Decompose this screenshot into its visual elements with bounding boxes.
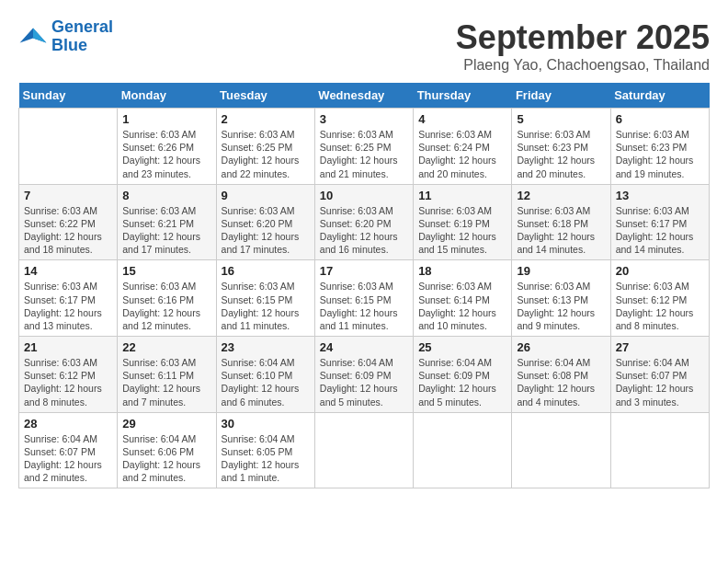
cell-info: Sunrise: 6:03 AMSunset: 6:23 PMDaylight:… [517, 128, 605, 180]
calendar-cell: 9 Sunrise: 6:03 AMSunset: 6:20 PMDayligh… [216, 184, 314, 260]
cell-info: Sunrise: 6:03 AMSunset: 6:17 PMDaylight:… [616, 204, 704, 257]
col-friday: Friday [512, 83, 610, 109]
cell-info: Sunrise: 6:03 AMSunset: 6:16 PMDaylight:… [122, 280, 210, 332]
logo-line2: Blue [51, 36, 87, 54]
day-number: 30 [222, 417, 310, 431]
day-number: 5 [517, 112, 605, 126]
svg-marker-1 [33, 28, 46, 42]
day-number: 11 [418, 189, 506, 202]
day-number: 1 [122, 112, 210, 126]
col-tuesday: Tuesday [216, 83, 314, 109]
location: Plaeng Yao, Chachoengsao, Thailand [456, 57, 710, 74]
cell-info: Sunrise: 6:03 AMSunset: 6:22 PMDaylight:… [24, 204, 112, 257]
week-row-2: 7 Sunrise: 6:03 AMSunset: 6:22 PMDayligh… [19, 184, 710, 260]
col-sunday: Sunday [19, 83, 118, 109]
calendar-cell: 23 Sunrise: 6:04 AMSunset: 6:10 PMDaylig… [216, 337, 314, 413]
calendar-cell: 18 Sunrise: 6:03 AMSunset: 6:14 PMDaylig… [414, 260, 512, 337]
day-number: 24 [320, 340, 408, 354]
day-number: 18 [418, 264, 506, 278]
cell-info: Sunrise: 6:03 AMSunset: 6:20 PMDaylight:… [320, 204, 408, 257]
calendar-cell: 30 Sunrise: 6:04 AMSunset: 6:05 PMDaylig… [216, 412, 314, 488]
calendar-cell: 17 Sunrise: 6:03 AMSunset: 6:15 PMDaylig… [314, 260, 413, 337]
logo: General Blue [18, 18, 113, 55]
calendar-table: Sunday Monday Tuesday Wednesday Thursday… [18, 83, 710, 488]
day-number: 22 [122, 340, 210, 354]
calendar-cell: 16 Sunrise: 6:03 AMSunset: 6:15 PMDaylig… [216, 260, 314, 337]
calendar-cell: 15 Sunrise: 6:03 AMSunset: 6:16 PMDaylig… [118, 260, 216, 337]
cell-info: Sunrise: 6:04 AMSunset: 6:05 PMDaylight:… [222, 432, 310, 485]
calendar-cell: 29 Sunrise: 6:04 AMSunset: 6:06 PMDaylig… [118, 412, 216, 488]
cell-info: Sunrise: 6:03 AMSunset: 6:23 PMDaylight:… [616, 128, 704, 180]
week-row-4: 21 Sunrise: 6:03 AMSunset: 6:12 PMDaylig… [19, 337, 710, 413]
day-number: 27 [616, 340, 704, 354]
day-number: 14 [24, 264, 112, 278]
cell-info: Sunrise: 6:03 AMSunset: 6:25 PMDaylight:… [222, 128, 310, 180]
col-thursday: Thursday [414, 83, 512, 109]
day-number: 8 [122, 189, 210, 202]
day-number: 17 [320, 264, 408, 278]
calendar-cell: 6 Sunrise: 6:03 AMSunset: 6:23 PMDayligh… [610, 109, 709, 185]
cell-info: Sunrise: 6:03 AMSunset: 6:19 PMDaylight:… [418, 204, 506, 257]
day-number: 13 [616, 189, 704, 202]
day-number: 9 [222, 189, 310, 202]
cell-info: Sunrise: 6:03 AMSunset: 6:18 PMDaylight:… [517, 204, 605, 257]
calendar-cell: 2 Sunrise: 6:03 AMSunset: 6:25 PMDayligh… [216, 109, 314, 185]
day-number: 7 [24, 189, 112, 202]
week-row-1: 1 Sunrise: 6:03 AMSunset: 6:26 PMDayligh… [19, 109, 710, 185]
cell-info: Sunrise: 6:03 AMSunset: 6:15 PMDaylight:… [222, 280, 310, 332]
day-number: 15 [122, 264, 210, 278]
day-number: 16 [222, 264, 310, 278]
cell-info: Sunrise: 6:03 AMSunset: 6:26 PMDaylight:… [122, 128, 210, 180]
calendar-cell [414, 412, 512, 488]
calendar-cell: 22 Sunrise: 6:03 AMSunset: 6:11 PMDaylig… [118, 337, 216, 413]
logo-text: General Blue [51, 18, 113, 55]
day-number: 19 [517, 264, 605, 278]
day-number: 6 [616, 112, 704, 126]
month-title: September 2025 [456, 18, 710, 57]
day-number: 25 [418, 340, 506, 354]
day-number: 23 [222, 340, 310, 354]
calendar-cell: 10 Sunrise: 6:03 AMSunset: 6:20 PMDaylig… [314, 184, 413, 260]
day-number: 28 [24, 417, 112, 431]
calendar-cell: 14 Sunrise: 6:03 AMSunset: 6:17 PMDaylig… [19, 260, 118, 337]
cell-info: Sunrise: 6:03 AMSunset: 6:17 PMDaylight:… [24, 280, 112, 332]
cell-info: Sunrise: 6:03 AMSunset: 6:24 PMDaylight:… [418, 128, 506, 180]
calendar-cell: 5 Sunrise: 6:03 AMSunset: 6:23 PMDayligh… [512, 109, 610, 185]
cell-info: Sunrise: 6:03 AMSunset: 6:12 PMDaylight:… [616, 280, 704, 332]
week-row-3: 14 Sunrise: 6:03 AMSunset: 6:17 PMDaylig… [19, 260, 710, 337]
day-number: 3 [320, 112, 408, 126]
logo-icon [18, 22, 48, 52]
cell-info: Sunrise: 6:04 AMSunset: 6:06 PMDaylight:… [122, 432, 210, 485]
cell-info: Sunrise: 6:04 AMSunset: 6:07 PMDaylight:… [616, 356, 704, 408]
cell-info: Sunrise: 6:03 AMSunset: 6:14 PMDaylight:… [418, 280, 506, 332]
page-header: General Blue September 2025 Plaeng Yao, … [18, 18, 710, 74]
calendar-cell: 28 Sunrise: 6:04 AMSunset: 6:07 PMDaylig… [19, 412, 118, 488]
cell-info: Sunrise: 6:04 AMSunset: 6:09 PMDaylight:… [320, 356, 408, 408]
day-number: 12 [517, 189, 605, 202]
cell-info: Sunrise: 6:04 AMSunset: 6:10 PMDaylight:… [222, 356, 310, 408]
col-monday: Monday [118, 83, 216, 109]
cell-info: Sunrise: 6:03 AMSunset: 6:20 PMDaylight:… [222, 204, 310, 257]
calendar-cell: 27 Sunrise: 6:04 AMSunset: 6:07 PMDaylig… [610, 337, 709, 413]
calendar-cell: 24 Sunrise: 6:04 AMSunset: 6:09 PMDaylig… [314, 337, 413, 413]
calendar-cell: 1 Sunrise: 6:03 AMSunset: 6:26 PMDayligh… [118, 109, 216, 185]
header-row: Sunday Monday Tuesday Wednesday Thursday… [19, 83, 710, 109]
cell-info: Sunrise: 6:03 AMSunset: 6:11 PMDaylight:… [122, 356, 210, 408]
calendar-cell: 11 Sunrise: 6:03 AMSunset: 6:19 PMDaylig… [414, 184, 512, 260]
calendar-cell: 20 Sunrise: 6:03 AMSunset: 6:12 PMDaylig… [610, 260, 709, 337]
calendar-cell: 8 Sunrise: 6:03 AMSunset: 6:21 PMDayligh… [118, 184, 216, 260]
week-row-5: 28 Sunrise: 6:04 AMSunset: 6:07 PMDaylig… [19, 412, 710, 488]
cell-info: Sunrise: 6:03 AMSunset: 6:25 PMDaylight:… [320, 128, 408, 180]
cell-info: Sunrise: 6:04 AMSunset: 6:09 PMDaylight:… [418, 356, 506, 408]
calendar-cell [314, 412, 413, 488]
cell-info: Sunrise: 6:03 AMSunset: 6:15 PMDaylight:… [320, 280, 408, 332]
cell-info: Sunrise: 6:04 AMSunset: 6:08 PMDaylight:… [517, 356, 605, 408]
calendar-cell [610, 412, 709, 488]
day-number: 29 [122, 417, 210, 431]
calendar-cell: 13 Sunrise: 6:03 AMSunset: 6:17 PMDaylig… [610, 184, 709, 260]
calendar-cell: 19 Sunrise: 6:03 AMSunset: 6:13 PMDaylig… [512, 260, 610, 337]
calendar-cell: 12 Sunrise: 6:03 AMSunset: 6:18 PMDaylig… [512, 184, 610, 260]
calendar-cell: 21 Sunrise: 6:03 AMSunset: 6:12 PMDaylig… [19, 337, 118, 413]
calendar-cell: 25 Sunrise: 6:04 AMSunset: 6:09 PMDaylig… [414, 337, 512, 413]
day-number: 21 [24, 340, 112, 354]
